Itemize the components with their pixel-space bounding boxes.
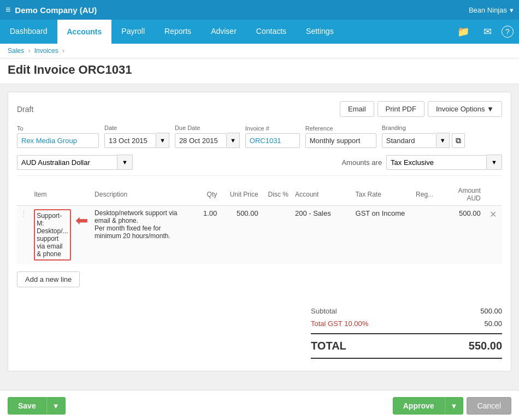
due-date-dropdown-btn[interactable]: ▼: [227, 133, 240, 148]
gst-label: Total GST 10.00%: [311, 320, 368, 328]
bottom-left-buttons: Save ▼: [8, 397, 66, 415]
currency-input[interactable]: [17, 155, 117, 170]
due-date-input[interactable]: [175, 133, 227, 148]
amounts-dropdown-btn[interactable]: ▼: [487, 155, 502, 170]
amounts-select-input[interactable]: [386, 155, 487, 170]
tax-rate-cell[interactable]: GST on Income: [352, 206, 413, 264]
currency-select-wrap: ▼: [17, 155, 133, 170]
email-button[interactable]: Email: [340, 101, 374, 117]
page-title-area: Edit Invoice ORC1031: [0, 58, 519, 84]
qty-cell[interactable]: 1.00: [190, 206, 220, 264]
nav-settings[interactable]: Settings: [296, 20, 344, 44]
col-disc-header: Disc %: [262, 184, 292, 206]
date-label: Date: [104, 125, 169, 131]
desc-cell[interactable]: Desktop/network support via email & phon…: [91, 206, 190, 264]
line-items-body: ⋮ Support-M: Desktop/... support via ema…: [17, 206, 502, 264]
form-date: Date ▼: [104, 125, 169, 148]
date-wrap: ▼: [104, 133, 169, 148]
print-pdf-button[interactable]: Print PDF: [378, 101, 424, 117]
col-item-header: Item: [31, 184, 91, 206]
help-icon[interactable]: ?: [502, 26, 514, 38]
user-name: Bean Ninjas: [469, 6, 507, 14]
branding-label: Branding: [382, 125, 465, 131]
nav-reports[interactable]: Reports: [155, 20, 201, 44]
approve-dropdown-button[interactable]: ▼: [445, 397, 464, 415]
form-reference: Reference: [305, 125, 376, 148]
reg-cell: [412, 206, 440, 264]
approve-button[interactable]: Approve: [393, 397, 445, 415]
currency-dropdown-btn[interactable]: ▼: [117, 155, 133, 170]
email-icon[interactable]: ✉: [479, 23, 496, 40]
cancel-button[interactable]: Cancel: [467, 397, 511, 415]
invoice-options-button[interactable]: Invoice Options ▼: [428, 101, 502, 117]
save-dropdown-button[interactable]: ▼: [46, 397, 66, 415]
top-bar-left: ≡ Demo Company (AU): [5, 5, 97, 15]
top-bar-right: Bean Ninjas ▾: [469, 6, 514, 14]
subtotal-row: Subtotal 500.00: [311, 305, 502, 317]
invoice-form-row: To Date ▼ Due Date ▼ Invoice #: [17, 125, 502, 148]
date-input[interactable]: [104, 133, 156, 148]
nav-right-icons: 📁 ✉ ?: [453, 20, 519, 44]
item-cell-box[interactable]: Support-M: Desktop/... support via email…: [34, 209, 71, 261]
line-items-table: Item Description Qty Unit Price Disc % A…: [17, 184, 502, 264]
totals-table: Subtotal 500.00 Total GST 10.00% 50.00 T…: [311, 305, 502, 362]
account-cell[interactable]: 200 - Sales: [292, 206, 352, 264]
total-row: TOTAL 550.00: [311, 338, 502, 354]
top-bar: ≡ Demo Company (AU) Bean Ninjas ▾: [0, 0, 519, 20]
total-label: TOTAL: [311, 340, 346, 352]
branding-wrap: ▼ ⧉: [382, 133, 465, 148]
nav-adviser[interactable]: Adviser: [201, 20, 246, 44]
red-arrow-annotation: ⬅: [75, 211, 88, 229]
branding-input[interactable]: [382, 133, 437, 148]
amounts-select-wrap: ▼: [386, 155, 502, 170]
approve-split-button: Approve ▼: [393, 397, 464, 415]
draft-label: Draft: [17, 105, 33, 114]
breadcrumb-invoices[interactable]: Invoices: [34, 47, 58, 55]
item-cell: Support-M: Desktop/... support via email…: [31, 206, 91, 264]
invoice-num-input[interactable]: [245, 133, 300, 148]
drag-handle[interactable]: ⋮: [17, 206, 31, 264]
item-annotation: Support-M: Desktop/... support via email…: [34, 209, 88, 261]
subtotal-label: Subtotal: [311, 307, 337, 315]
delete-cell: ✕: [484, 206, 502, 264]
user-dropdown-icon[interactable]: ▾: [510, 6, 514, 14]
col-reg-header: Reg...: [412, 184, 440, 206]
totals-section: Subtotal 500.00 Total GST 10.00% 50.00 T…: [17, 305, 502, 362]
reference-label: Reference: [305, 125, 376, 132]
to-label: To: [17, 125, 99, 132]
amounts-are-wrap: Amounts are ▼: [341, 155, 502, 170]
to-input[interactable]: [17, 133, 99, 148]
breadcrumb-sep1: ›: [28, 47, 30, 55]
col-acct-header: Account: [292, 184, 352, 206]
reference-input[interactable]: [305, 133, 376, 148]
form-to: To: [17, 125, 99, 148]
date-dropdown-btn[interactable]: ▼: [156, 133, 169, 148]
add-line-button[interactable]: Add a new line: [17, 271, 80, 287]
delete-row-button[interactable]: ✕: [487, 209, 499, 220]
gst-row: Total GST 10.00% 50.00: [311, 317, 502, 330]
form-due-date: Due Date ▼: [175, 125, 240, 148]
invoice-num-label: Invoice #: [245, 125, 300, 132]
nav-dashboard[interactable]: Dashboard: [0, 20, 57, 44]
menu-icon[interactable]: ≡: [5, 5, 10, 15]
line-items-header: Item Description Qty Unit Price Disc % A…: [17, 184, 502, 206]
nav-payroll[interactable]: Payroll: [111, 20, 155, 44]
draft-bar: Draft Email Print PDF Invoice Options ▼: [17, 101, 502, 117]
nav-accounts[interactable]: Accounts: [57, 20, 112, 44]
gst-value: 50.00: [458, 320, 502, 328]
bottom-buttons: Save ▼ Approve ▼ Cancel: [0, 390, 519, 420]
save-button[interactable]: Save: [8, 397, 46, 415]
disc-cell[interactable]: [262, 206, 292, 264]
breadcrumb-sep2: ›: [62, 47, 64, 55]
breadcrumb-sales[interactable]: Sales: [8, 47, 24, 55]
draft-buttons: Email Print PDF Invoice Options ▼: [340, 101, 502, 117]
subtotal-value: 500.00: [458, 307, 502, 315]
nav-contacts[interactable]: Contacts: [246, 20, 296, 44]
unit-price-cell[interactable]: 500.00: [220, 206, 261, 264]
header-area: Sales › Invoices › Edit Invoice ORC1031: [0, 44, 519, 84]
folder-icon[interactable]: 📁: [453, 23, 474, 40]
invoice-card: Draft Email Print PDF Invoice Options ▼ …: [8, 92, 511, 371]
branding-dropdown-btn[interactable]: ▼: [437, 133, 450, 148]
form-branding: Branding ▼ ⧉: [382, 125, 465, 148]
copy-button[interactable]: ⧉: [452, 133, 465, 148]
